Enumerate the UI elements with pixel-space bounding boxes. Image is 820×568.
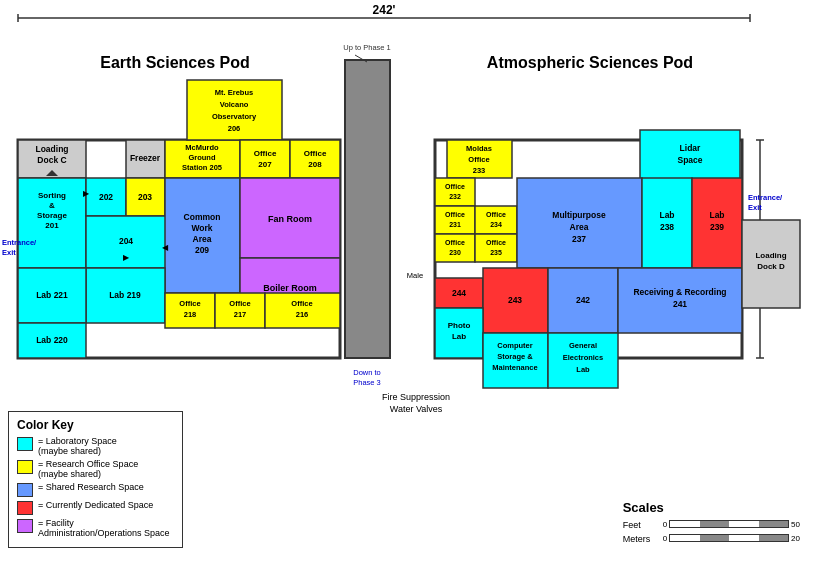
key-row-admin: = Facility Administration/Operations Spa… — [17, 518, 174, 538]
key-color-lab — [17, 437, 33, 451]
svg-line-70 — [355, 55, 367, 62]
svg-text:Office: Office — [486, 211, 506, 218]
scales-title: Scales — [623, 500, 800, 515]
svg-text:218: 218 — [184, 310, 197, 319]
scales-section: Scales Feet 0 50 Meters 0 — [623, 500, 800, 548]
svg-text:Electronics: Electronics — [563, 353, 603, 362]
svg-rect-89 — [475, 206, 517, 234]
svg-text:◀: ◀ — [162, 243, 169, 252]
svg-text:201: 201 — [45, 221, 59, 230]
key-row-lab: = Laboratory Space(maybe shared) — [17, 436, 174, 456]
svg-rect-51 — [86, 268, 165, 323]
svg-text:Space: Space — [677, 155, 702, 165]
svg-rect-8 — [18, 140, 340, 358]
meters-0: 0 — [663, 534, 667, 543]
svg-rect-111 — [618, 268, 742, 333]
svg-text:Office: Office — [291, 299, 312, 308]
meters-label: Meters — [623, 534, 663, 544]
svg-text:203: 203 — [138, 192, 152, 202]
svg-text:233: 233 — [473, 166, 486, 175]
svg-text:Ground: Ground — [188, 153, 215, 162]
svg-rect-53 — [18, 268, 86, 323]
svg-text:237: 237 — [572, 234, 586, 244]
svg-text:Boiler Room: Boiler Room — [263, 283, 317, 293]
svg-text:Receiving & Recording: Receiving & Recording — [633, 287, 726, 297]
svg-text:Mt. Erebus: Mt. Erebus — [215, 88, 253, 97]
svg-text:238: 238 — [660, 222, 674, 232]
svg-rect-55 — [18, 323, 86, 358]
key-label-admin: = Facility Administration/Operations Spa… — [38, 518, 174, 538]
svg-rect-20 — [187, 80, 282, 140]
key-color-office — [17, 460, 33, 474]
svg-text:Phase 3: Phase 3 — [353, 378, 381, 387]
svg-text:Office: Office — [445, 183, 465, 190]
svg-rect-16 — [165, 140, 240, 178]
feet-0: 0 — [663, 520, 667, 529]
svg-text:Entrance/: Entrance/ — [2, 238, 37, 247]
svg-text:McMurdo: McMurdo — [185, 143, 219, 152]
svg-text:Loading: Loading — [755, 251, 786, 260]
svg-text:Lidar: Lidar — [680, 143, 701, 153]
svg-text:Moldas: Moldas — [466, 144, 492, 153]
svg-text:239: 239 — [710, 222, 724, 232]
svg-text:Lab: Lab — [452, 332, 466, 341]
key-label-dedicated: = Currently Dedicated Space — [38, 500, 153, 510]
svg-rect-117 — [483, 333, 548, 388]
svg-text:Loading: Loading — [35, 144, 68, 154]
svg-rect-77 — [640, 130, 740, 180]
svg-rect-125 — [742, 220, 800, 308]
svg-text:231: 231 — [449, 221, 461, 228]
svg-rect-95 — [517, 178, 642, 268]
svg-text:Office: Office — [445, 239, 465, 246]
svg-text:Work: Work — [191, 223, 212, 233]
svg-rect-36 — [86, 178, 126, 216]
svg-rect-109 — [548, 268, 618, 333]
svg-text:Exit: Exit — [2, 248, 16, 257]
svg-text:Dock D: Dock D — [757, 262, 785, 271]
svg-text:Area: Area — [193, 234, 212, 244]
svg-rect-92 — [475, 234, 517, 262]
svg-text:Male: Male — [407, 271, 423, 280]
svg-rect-73 — [447, 140, 512, 178]
svg-rect-38 — [126, 178, 165, 216]
svg-text:Atmospheric Sciences Pod: Atmospheric Sciences Pod — [487, 54, 693, 71]
meters-scale-row: Meters 0 20 — [623, 534, 800, 544]
svg-text:Office: Office — [254, 149, 277, 158]
key-color-dedicated — [17, 501, 33, 515]
svg-text:Lab 221: Lab 221 — [36, 290, 68, 300]
svg-text:Exit: Exit — [748, 203, 762, 212]
svg-text:Earth Sciences Pod: Earth Sciences Pod — [100, 54, 249, 71]
svg-rect-47 — [240, 178, 340, 258]
svg-text:207: 207 — [258, 160, 272, 169]
color-key: Color Key = Laboratory Space(maybe share… — [8, 411, 183, 548]
svg-text:Common: Common — [184, 212, 221, 222]
svg-text:Multipurpose: Multipurpose — [552, 210, 606, 220]
feet-scale-row: Feet 0 50 — [623, 520, 800, 530]
svg-text:Down to: Down to — [353, 368, 381, 377]
svg-text:243: 243 — [508, 295, 522, 305]
key-row-dedicated: = Currently Dedicated Space — [17, 500, 174, 515]
svg-text:Office: Office — [179, 299, 200, 308]
svg-text:206: 206 — [228, 124, 241, 133]
svg-text:▶: ▶ — [123, 253, 130, 262]
key-label-lab: = Laboratory Space(maybe shared) — [38, 436, 117, 456]
svg-rect-86 — [435, 234, 475, 262]
svg-text:Office: Office — [486, 239, 506, 246]
svg-rect-42 — [165, 178, 240, 293]
svg-text:&: & — [49, 201, 55, 210]
key-color-admin — [17, 519, 33, 533]
svg-text:Office: Office — [468, 155, 489, 164]
svg-text:Maintenance: Maintenance — [492, 363, 537, 372]
svg-rect-10 — [18, 140, 86, 178]
svg-text:Observatory: Observatory — [212, 112, 257, 121]
key-color-shared — [17, 483, 33, 497]
svg-text:▶: ▶ — [83, 189, 90, 198]
svg-text:Office: Office — [304, 149, 327, 158]
svg-text:Lab 219: Lab 219 — [109, 290, 141, 300]
svg-text:217: 217 — [234, 310, 247, 319]
svg-text:Office: Office — [445, 211, 465, 218]
svg-text:Water Valves: Water Valves — [390, 404, 443, 414]
svg-text:Lab: Lab — [576, 365, 590, 374]
feet-label: Feet — [623, 520, 663, 530]
svg-rect-114 — [435, 308, 483, 358]
